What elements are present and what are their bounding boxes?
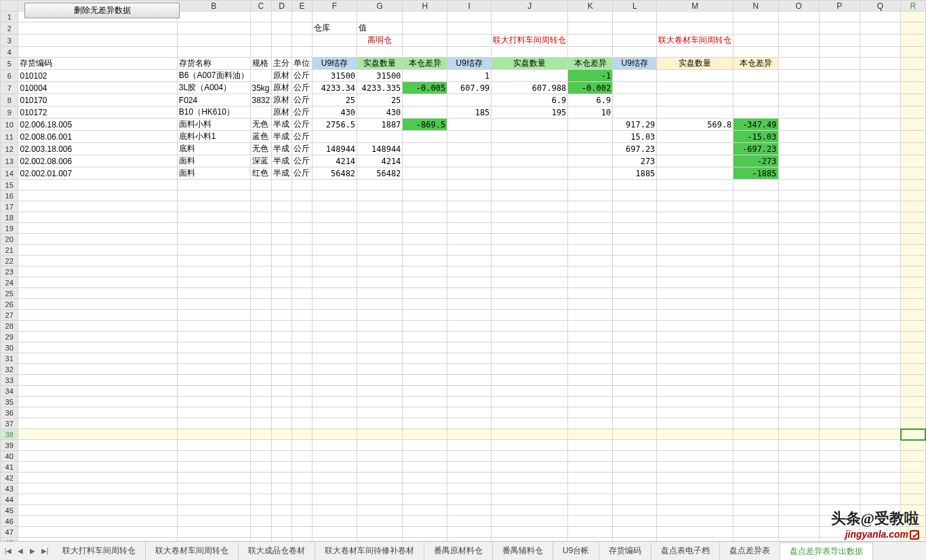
cell-F11[interactable] [312, 131, 357, 143]
cell-K32[interactable] [568, 364, 613, 375]
cell-E14[interactable]: 公斤 [292, 167, 313, 180]
cell-G2[interactable]: 值 [357, 22, 403, 35]
cell-G39[interactable] [357, 440, 403, 451]
cell-G11[interactable] [357, 131, 403, 143]
cell-O39[interactable] [778, 440, 819, 451]
cell-K12[interactable] [568, 143, 613, 155]
cell-D8[interactable]: 原材 [272, 94, 292, 106]
cell-Q8[interactable] [860, 94, 900, 106]
cell-R11[interactable] [901, 131, 925, 143]
cell-M15[interactable] [657, 180, 733, 191]
cell-B15[interactable] [177, 180, 250, 191]
cell-C28[interactable] [250, 321, 272, 332]
cell-F1[interactable] [312, 12, 357, 22]
cell-P3[interactable] [819, 35, 860, 47]
cell-M26[interactable] [657, 299, 733, 310]
cell-R24[interactable] [901, 277, 925, 288]
cell-E23[interactable] [292, 266, 313, 277]
cell-P17[interactable] [819, 201, 860, 212]
cell-A38[interactable] [18, 429, 177, 440]
cell-B13[interactable]: 面料 [177, 155, 250, 167]
cell-J42[interactable] [491, 473, 568, 483]
cell-L30[interactable] [613, 342, 657, 353]
row-header-28[interactable]: 28 [1, 321, 18, 332]
cell-L43[interactable] [613, 483, 657, 494]
cell-F26[interactable] [312, 299, 357, 310]
cell-E25[interactable] [292, 288, 313, 299]
cell-J22[interactable] [491, 256, 568, 266]
cell-K36[interactable] [568, 407, 613, 418]
cell-N8[interactable] [733, 94, 778, 106]
cell-C21[interactable] [250, 245, 272, 256]
cell-I37[interactable] [447, 418, 491, 429]
cell-C37[interactable] [250, 418, 272, 429]
cell-Q40[interactable] [860, 451, 900, 462]
cell-O37[interactable] [778, 418, 819, 429]
cell-R18[interactable] [901, 212, 925, 223]
cell-J31[interactable] [491, 353, 568, 364]
row-header-33[interactable]: 33 [1, 375, 18, 386]
cell-H11[interactable] [403, 131, 447, 143]
sheet-tab-4[interactable]: 番禺原材料仓 [424, 542, 493, 560]
cell-E26[interactable] [292, 299, 313, 310]
cell-R5[interactable] [901, 58, 925, 70]
cell-E17[interactable] [292, 201, 313, 212]
cell-I6[interactable]: 1 [447, 70, 491, 82]
row-header-19[interactable]: 19 [1, 223, 18, 234]
cell-M32[interactable] [657, 364, 733, 375]
cell-L14[interactable]: 1885 [613, 167, 657, 180]
row-header-14[interactable]: 14 [1, 167, 18, 180]
cell-Q20[interactable] [860, 234, 900, 245]
cell-B20[interactable] [177, 234, 250, 245]
cell-G14[interactable]: 56482 [357, 167, 403, 180]
cell-H12[interactable] [403, 143, 447, 155]
cell-R25[interactable] [901, 288, 925, 299]
cell-H40[interactable] [403, 451, 447, 462]
cell-A22[interactable] [18, 256, 177, 266]
cell-M16[interactable] [657, 191, 733, 201]
cell-R34[interactable] [901, 386, 925, 397]
row-header-47[interactable]: 47 [1, 527, 18, 538]
cell-D18[interactable] [272, 212, 292, 223]
cell-B19[interactable] [177, 223, 250, 234]
cell-N16[interactable] [733, 191, 778, 201]
cell-G19[interactable] [357, 223, 403, 234]
cell-B37[interactable] [177, 418, 250, 429]
cell-G30[interactable] [357, 342, 403, 353]
cell-F10[interactable]: 2756.5 [312, 119, 357, 131]
cell-L9[interactable] [613, 106, 657, 119]
cell-J36[interactable] [491, 407, 568, 418]
cell-J47[interactable] [491, 527, 568, 538]
cell-Q10[interactable] [860, 119, 900, 131]
cell-C32[interactable] [250, 364, 272, 375]
cell-D16[interactable] [272, 191, 292, 201]
cell-I1[interactable] [447, 12, 491, 22]
sheet-tab-6[interactable]: U9台帐 [553, 542, 599, 560]
cell-I10[interactable] [447, 119, 491, 131]
cell-N42[interactable] [733, 473, 778, 483]
col-header-Q[interactable]: Q [860, 1, 900, 12]
cell-N26[interactable] [733, 299, 778, 310]
cell-L36[interactable] [613, 407, 657, 418]
cell-J24[interactable] [491, 277, 568, 288]
cell-L42[interactable] [613, 473, 657, 483]
cell-P42[interactable] [819, 473, 860, 483]
cell-L41[interactable] [613, 462, 657, 473]
cell-M43[interactable] [657, 483, 733, 494]
cell-D7[interactable]: 原材 [272, 82, 292, 94]
cell-O42[interactable] [778, 473, 819, 483]
tab-nav-last[interactable]: ▶| [39, 546, 50, 557]
cell-I29[interactable] [447, 332, 491, 342]
cell-K19[interactable] [568, 223, 613, 234]
cell-O27[interactable] [778, 310, 819, 321]
cell-K34[interactable] [568, 386, 613, 397]
cell-F34[interactable] [312, 386, 357, 397]
cell-B6[interactable]: B6（A007面料油） [177, 70, 250, 82]
cell-D5[interactable]: 主分 [272, 58, 292, 70]
cell-P18[interactable] [819, 212, 860, 223]
cell-O45[interactable] [778, 505, 819, 516]
cell-M29[interactable] [657, 332, 733, 342]
cell-C5[interactable]: 规格 [250, 58, 272, 70]
cell-H45[interactable] [403, 505, 447, 516]
cell-K23[interactable] [568, 266, 613, 277]
